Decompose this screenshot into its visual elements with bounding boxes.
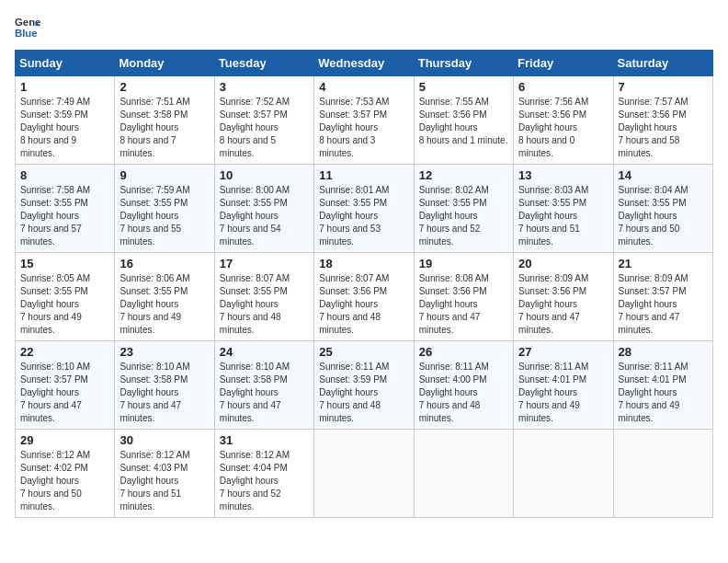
calendar-cell: [613, 430, 712, 518]
day-number: 25: [319, 345, 408, 359]
day-number: 26: [419, 345, 508, 359]
day-info: Sunrise: 8:08 AM Sunset: 3:56 PM Dayligh…: [419, 272, 508, 337]
day-info: Sunrise: 7:55 AM Sunset: 3:56 PM Dayligh…: [419, 96, 508, 147]
day-info: Sunrise: 7:51 AM Sunset: 3:58 PM Dayligh…: [119, 96, 209, 160]
day-info: Sunrise: 7:53 AM Sunset: 3:57 PM Dayligh…: [319, 96, 408, 160]
day-number: 7: [619, 80, 708, 94]
calendar-cell: 18 Sunrise: 8:07 AM Sunset: 3:56 PM Dayl…: [314, 253, 414, 341]
calendar-cell: 29 Sunrise: 8:12 AM Sunset: 4:02 PM Dayl…: [16, 430, 115, 518]
day-number: 31: [220, 433, 309, 447]
day-info: Sunrise: 8:10 AM Sunset: 3:58 PM Dayligh…: [220, 361, 309, 425]
day-number: 22: [20, 345, 109, 359]
day-number: 29: [20, 433, 109, 447]
day-number: 3: [220, 80, 309, 94]
weekday-header-sunday: Sunday: [16, 51, 115, 76]
calendar-cell: 20 Sunrise: 8:09 AM Sunset: 3:56 PM Dayl…: [514, 253, 613, 341]
day-info: Sunrise: 7:57 AM Sunset: 3:56 PM Dayligh…: [619, 96, 708, 160]
calendar-cell: 30 Sunrise: 8:12 AM Sunset: 4:03 PM Dayl…: [115, 430, 214, 518]
day-info: Sunrise: 8:12 AM Sunset: 4:02 PM Dayligh…: [20, 449, 109, 513]
day-number: 9: [119, 168, 209, 182]
day-info: Sunrise: 8:10 AM Sunset: 3:57 PM Dayligh…: [20, 361, 109, 425]
weekday-header-wednesday: Wednesday: [314, 51, 414, 76]
day-info: Sunrise: 8:12 AM Sunset: 4:03 PM Dayligh…: [119, 449, 209, 513]
day-info: Sunrise: 8:04 AM Sunset: 3:55 PM Dayligh…: [619, 184, 708, 248]
calendar-cell: 28 Sunrise: 8:11 AM Sunset: 4:01 PM Dayl…: [613, 341, 712, 430]
calendar-cell: 8 Sunrise: 7:58 AM Sunset: 3:55 PM Dayli…: [16, 165, 115, 253]
day-number: 13: [518, 168, 608, 182]
day-number: 15: [20, 257, 109, 270]
calendar-cell: 11 Sunrise: 8:01 AM Sunset: 3:55 PM Dayl…: [314, 165, 414, 253]
day-number: 19: [419, 257, 508, 270]
day-number: 30: [119, 433, 209, 447]
day-info: Sunrise: 8:11 AM Sunset: 4:01 PM Dayligh…: [619, 361, 708, 425]
weekday-header-monday: Monday: [115, 51, 214, 76]
weekday-header-tuesday: Tuesday: [214, 51, 313, 76]
calendar-cell: 26 Sunrise: 8:11 AM Sunset: 4:00 PM Dayl…: [414, 341, 513, 430]
day-number: 11: [319, 168, 408, 182]
calendar-cell: 9 Sunrise: 7:59 AM Sunset: 3:55 PM Dayli…: [115, 165, 214, 253]
day-info: Sunrise: 8:11 AM Sunset: 4:01 PM Dayligh…: [518, 361, 608, 425]
day-number: 10: [220, 168, 309, 182]
day-number: 27: [518, 345, 608, 359]
calendar-cell: 25 Sunrise: 8:11 AM Sunset: 3:59 PM Dayl…: [314, 341, 414, 430]
day-info: Sunrise: 8:11 AM Sunset: 3:59 PM Dayligh…: [319, 361, 408, 425]
day-number: 20: [518, 257, 608, 270]
logo-icon: General Blue: [15, 15, 40, 40]
day-number: 23: [119, 345, 209, 359]
day-info: Sunrise: 7:52 AM Sunset: 3:57 PM Dayligh…: [220, 96, 309, 160]
day-number: 14: [619, 168, 708, 182]
day-info: Sunrise: 8:07 AM Sunset: 3:56 PM Dayligh…: [319, 272, 408, 337]
day-info: Sunrise: 8:02 AM Sunset: 3:55 PM Dayligh…: [419, 184, 508, 248]
weekday-header-friday: Friday: [514, 51, 613, 76]
calendar-cell: 14 Sunrise: 8:04 AM Sunset: 3:55 PM Dayl…: [613, 165, 712, 253]
calendar-cell: [414, 430, 513, 518]
calendar-cell: 13 Sunrise: 8:03 AM Sunset: 3:55 PM Dayl…: [514, 165, 613, 253]
day-info: Sunrise: 8:03 AM Sunset: 3:55 PM Dayligh…: [518, 184, 608, 248]
day-number: 5: [419, 80, 508, 94]
svg-text:Blue: Blue: [15, 28, 38, 39]
calendar-cell: 5 Sunrise: 7:55 AM Sunset: 3:56 PM Dayli…: [414, 76, 513, 165]
weekday-header-saturday: Saturday: [613, 51, 712, 76]
calendar-cell: 15 Sunrise: 8:05 AM Sunset: 3:55 PM Dayl…: [16, 253, 115, 341]
day-info: Sunrise: 8:11 AM Sunset: 4:00 PM Dayligh…: [419, 361, 508, 425]
day-number: 21: [619, 257, 708, 270]
logo: General Blue: [15, 15, 40, 40]
calendar-cell: 22 Sunrise: 8:10 AM Sunset: 3:57 PM Dayl…: [16, 341, 115, 430]
day-number: 2: [119, 80, 209, 94]
calendar-cell: 10 Sunrise: 8:00 AM Sunset: 3:55 PM Dayl…: [214, 165, 313, 253]
day-number: 4: [319, 80, 408, 94]
day-info: Sunrise: 7:56 AM Sunset: 3:56 PM Dayligh…: [518, 96, 608, 160]
day-info: Sunrise: 7:59 AM Sunset: 3:55 PM Dayligh…: [119, 184, 209, 248]
day-info: Sunrise: 8:01 AM Sunset: 3:55 PM Dayligh…: [319, 184, 408, 248]
day-info: Sunrise: 8:06 AM Sunset: 3:55 PM Dayligh…: [119, 272, 209, 337]
calendar-cell: 31 Sunrise: 8:12 AM Sunset: 4:04 PM Dayl…: [214, 430, 313, 518]
calendar-cell: 27 Sunrise: 8:11 AM Sunset: 4:01 PM Dayl…: [514, 341, 613, 430]
day-info: Sunrise: 7:49 AM Sunset: 3:59 PM Dayligh…: [20, 96, 109, 160]
calendar-cell: [314, 430, 414, 518]
day-info: Sunrise: 8:12 AM Sunset: 4:04 PM Dayligh…: [220, 449, 309, 513]
day-number: 17: [220, 257, 309, 270]
day-number: 16: [119, 257, 209, 270]
calendar-table: SundayMondayTuesdayWednesdayThursdayFrid…: [15, 50, 713, 518]
day-info: Sunrise: 8:05 AM Sunset: 3:55 PM Dayligh…: [20, 272, 109, 337]
day-number: 1: [20, 80, 109, 94]
calendar-cell: 7 Sunrise: 7:57 AM Sunset: 3:56 PM Dayli…: [613, 76, 712, 165]
day-number: 8: [20, 168, 109, 182]
day-number: 28: [619, 345, 708, 359]
calendar-cell: 2 Sunrise: 7:51 AM Sunset: 3:58 PM Dayli…: [115, 76, 214, 165]
day-number: 18: [319, 257, 408, 270]
calendar-cell: 16 Sunrise: 8:06 AM Sunset: 3:55 PM Dayl…: [115, 253, 214, 341]
day-info: Sunrise: 8:10 AM Sunset: 3:58 PM Dayligh…: [119, 361, 209, 425]
page-header: General Blue: [15, 15, 713, 40]
day-info: Sunrise: 7:58 AM Sunset: 3:55 PM Dayligh…: [20, 184, 109, 248]
calendar-cell: 23 Sunrise: 8:10 AM Sunset: 3:58 PM Dayl…: [115, 341, 214, 430]
calendar-cell: 17 Sunrise: 8:07 AM Sunset: 3:55 PM Dayl…: [214, 253, 313, 341]
day-info: Sunrise: 8:07 AM Sunset: 3:55 PM Dayligh…: [220, 272, 309, 337]
calendar-cell: 19 Sunrise: 8:08 AM Sunset: 3:56 PM Dayl…: [414, 253, 513, 341]
calendar-cell: 6 Sunrise: 7:56 AM Sunset: 3:56 PM Dayli…: [514, 76, 613, 165]
calendar-cell: 4 Sunrise: 7:53 AM Sunset: 3:57 PM Dayli…: [314, 76, 414, 165]
calendar-cell: 12 Sunrise: 8:02 AM Sunset: 3:55 PM Dayl…: [414, 165, 513, 253]
day-info: Sunrise: 8:00 AM Sunset: 3:55 PM Dayligh…: [220, 184, 309, 248]
day-number: 24: [220, 345, 309, 359]
calendar-cell: [514, 430, 613, 518]
